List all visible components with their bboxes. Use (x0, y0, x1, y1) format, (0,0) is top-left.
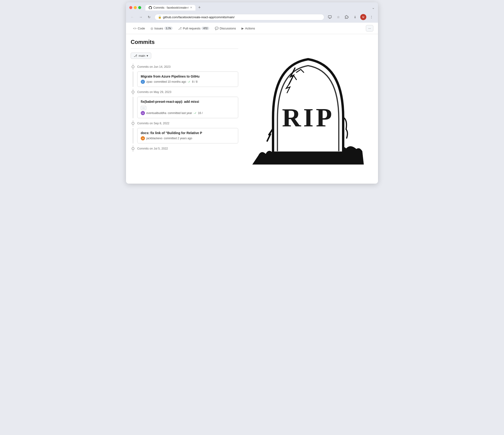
nav-label-issues: Issues (154, 27, 163, 30)
check-icon: ·✓ (188, 80, 190, 83)
pullrequest-icon: ⎇ (178, 27, 182, 30)
menu-button[interactable]: ⋮ (368, 14, 375, 20)
cast-button[interactable] (327, 14, 333, 20)
discussions-icon: 💬 (215, 27, 219, 30)
branch-icon: ⎇ (134, 54, 137, 57)
commit-group-3: Commits on Jul 5, 2022 (131, 145, 238, 152)
commit-title: docs: fix link of "Building for Relative… (141, 131, 235, 135)
security-icon: 🔒 (158, 15, 162, 19)
timeline-dot (132, 122, 135, 125)
nav-label-pullrequests: Pull requests (183, 27, 200, 30)
traffic-lights (129, 6, 141, 9)
nav-item-pullrequests[interactable]: ⎇ Pull requests 472 (176, 25, 212, 32)
url-text: github.com/facebook/create-react-app/com… (163, 15, 234, 19)
commit-author: jackblackevo (146, 137, 162, 140)
commit-group-date-0: Commits on Jun 14, 2023 (137, 64, 171, 69)
timeline-dot (132, 65, 135, 68)
issues-badge: 1.7k (164, 27, 172, 30)
bookmark-button[interactable]: ☆ (335, 14, 342, 20)
github-favicon-icon (149, 6, 152, 9)
nav-label-discussions: Discussions (220, 27, 236, 30)
commit-group-0: Commits on Jun 14, 2023 Migrate from Azu… (131, 63, 238, 87)
right-panel: RIP (243, 39, 373, 179)
tab-close-button[interactable]: ✕ (190, 6, 192, 9)
commit-checks: 8 / 8 (192, 80, 197, 83)
commit-item: fix(babel-preset-react-app): add missi ·… (137, 97, 238, 118)
url-bar[interactable]: 🔒 github.com/facebook/create-react-app/c… (154, 14, 324, 20)
timeline-dot (132, 91, 135, 93)
more-options-button[interactable]: ··· (366, 25, 373, 32)
browser-window: Commits · facebook/create-r ✕ + ⌄ ← → ↻ … (126, 2, 378, 184)
address-bar: ← → ↻ 🔒 github.com/facebook/create-react… (126, 12, 378, 23)
page-body: Commits ⎇ main ▾ Co (126, 34, 378, 184)
tombstone-image: RIP (250, 41, 367, 177)
commit-meta: Z zpao committed 10 months ago ·✓ 8 / 8 (141, 80, 235, 84)
reload-button[interactable]: ↻ (146, 14, 152, 20)
commit-author-avatar: JB (141, 136, 145, 140)
svg-text:RIP: RIP (282, 103, 334, 132)
main-content: <> Code ◎ Issues 1.7k ⎇ Pull requests 47… (126, 23, 378, 184)
commit-action: committed 10 months ago (154, 80, 186, 83)
timeline-dot (132, 147, 135, 150)
commit-title: fix(babel-preset-react-app): add missi (141, 100, 235, 104)
commit-expand-button[interactable]: ··· (141, 106, 146, 110)
commit-group-1: Commits on May 29, 2023 fix(babel-preset… (131, 89, 238, 118)
nav-item-issues[interactable]: ◎ Issues 1.7k (148, 25, 175, 32)
nav-item-discussions[interactable]: 💬 Discussions (213, 25, 238, 32)
branch-selector[interactable]: ⎇ main ▾ (131, 53, 151, 59)
commit-group-2: Commits on Sep 8, 2022 docs: fix link of… (131, 120, 238, 143)
extensions-button[interactable] (343, 14, 350, 20)
page-title: Commits (131, 39, 238, 45)
commit-checks: 16 / (198, 111, 203, 115)
commit-title: Migrate from Azure Pipelines to GitHu (141, 74, 235, 78)
download-button[interactable]: ⇓ (352, 14, 358, 20)
branch-name: main (139, 54, 145, 57)
active-tab[interactable]: Commits · facebook/create-r ✕ (145, 5, 195, 10)
commit-meta: EB eventualbuddha committed last year ·✓… (141, 111, 235, 115)
tab-bar: Commits · facebook/create-r ✕ + (145, 5, 369, 10)
nav-item-actions[interactable]: ▶ Actions (239, 25, 257, 32)
commit-item: docs: fix link of "Building for Relative… (137, 128, 238, 143)
nav-label-code: Code (138, 27, 145, 30)
user-avatar[interactable]: U (360, 14, 366, 20)
commit-author-avatar: EB (141, 111, 145, 115)
branch-dropdown-icon: ▾ (147, 54, 148, 57)
tombstone-svg: RIP (250, 41, 367, 177)
nav-label-actions: Actions (245, 27, 255, 30)
commit-group-date-3: Commits on Jul 5, 2022 (137, 146, 168, 151)
fullscreen-button[interactable] (138, 6, 141, 9)
issues-icon: ◎ (151, 27, 153, 30)
commit-meta: JB jackblackevo committed 2 years ago (141, 136, 235, 140)
actions-icon: ▶ (242, 27, 244, 30)
nav-item-code[interactable]: <> Code (131, 25, 147, 32)
minimize-button[interactable] (134, 6, 137, 9)
expand-button[interactable]: ⌄ (372, 6, 375, 9)
close-button[interactable] (129, 6, 132, 9)
commit-author: eventualbuddha (146, 111, 166, 115)
code-icon: <> (133, 27, 136, 30)
toolbar-icons: ☆ ⇓ U ⋮ (327, 14, 375, 20)
commit-author-avatar: Z (141, 80, 145, 84)
new-tab-button[interactable]: + (197, 5, 202, 10)
title-bar: Commits · facebook/create-r ✕ + ⌄ (126, 2, 378, 12)
pullrequests-badge: 472 (201, 27, 209, 30)
commit-item: Migrate from Azure Pipelines to GitHu Z … (137, 71, 238, 87)
commit-group-date-2: Commits on Sep 8, 2022 (137, 121, 170, 126)
commit-group-date-1: Commits on May 29, 2023 (137, 89, 171, 95)
commit-author: zpao (146, 80, 153, 83)
left-panel: Commits ⎇ main ▾ Co (131, 39, 238, 179)
commit-action: committed 2 years ago (164, 137, 192, 140)
svg-rect-0 (328, 16, 331, 18)
tab-title: Commits · facebook/create-r (153, 6, 189, 9)
forward-button[interactable]: → (138, 14, 144, 20)
back-button[interactable]: ← (129, 14, 135, 20)
title-divider (131, 49, 238, 49)
commit-action: committed last year (168, 111, 192, 115)
check-icon: ·✓ (193, 111, 196, 115)
repo-nav: <> Code ◎ Issues 1.7k ⎇ Pull requests 47… (126, 23, 378, 34)
